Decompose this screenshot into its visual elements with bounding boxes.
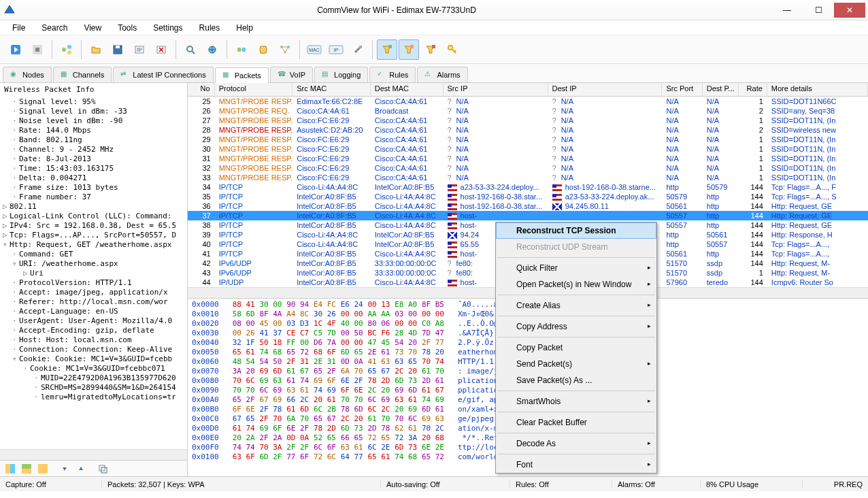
- menu-search[interactable]: Search: [35, 22, 74, 34]
- copy-window-button[interactable]: [95, 462, 110, 476]
- tree-node[interactable]: ▷Logical-Link Control (LLC): Command:: [1, 212, 186, 221]
- tab-logging[interactable]: ▤Logging: [314, 67, 368, 82]
- context-menu-item[interactable]: Font▸: [496, 456, 656, 473]
- tree-node[interactable]: ·Host: Host: local.msn.com: [1, 335, 186, 345]
- layout-1-button[interactable]: [3, 462, 18, 476]
- tree-node[interactable]: ·Signal level in dBm: -33: [1, 107, 186, 116]
- tree-node[interactable]: ·Referer: http://local.msn.com/wor: [1, 297, 186, 307]
- filter-3-button[interactable]: [420, 39, 441, 60]
- table-row[interactable]: 29MNGT/PROBE RESP.Cisco:FC:E6:29Cisco:CA…: [188, 135, 868, 144]
- tree-node[interactable]: ·UserAgent: User-Agent: Mozilla/4.0: [1, 316, 186, 326]
- menu-rules[interactable]: Rules: [193, 22, 227, 34]
- tree-hscroll[interactable]: [0, 449, 187, 460]
- settings-button[interactable]: [348, 39, 368, 60]
- table-row[interactable]: 33MNGT/PROBE RESP.Cisco:FC:E6:29Cisco:CA…: [188, 173, 868, 182]
- find-button[interactable]: [180, 39, 201, 60]
- table-row[interactable]: 28MNGT/PROBE RESP.AsustekC:D2:AB:20Cisco…: [188, 125, 868, 135]
- clear-button[interactable]: [151, 39, 171, 60]
- tree-node[interactable]: ·SRCHD=MS=2899440&SM=1&D=264154: [1, 383, 186, 393]
- mac-button[interactable]: MAC: [304, 39, 324, 60]
- tree-node[interactable]: ·Time: 15:43:03.163175: [1, 164, 186, 173]
- tab-alarms[interactable]: ⚠Alarms: [417, 67, 467, 82]
- tab-voip[interactable]: ☎VoIP: [270, 67, 313, 82]
- reconstruct-button[interactable]: [231, 39, 252, 60]
- table-row[interactable]: 37IP/TCPIntelCor:A0:8F:B5Cisco-Li:4A:A4:…: [188, 211, 868, 220]
- tab-rules[interactable]: ✓Rules: [369, 67, 416, 82]
- tree-node[interactable]: ▿Cookie: Cookie: MC1=V=3&GUID=fcebb: [1, 354, 186, 364]
- column-header[interactable]: Rate: [739, 83, 767, 96]
- menu-view[interactable]: View: [77, 22, 108, 34]
- tree-node[interactable]: ·Connection: Connection: Keep-Alive: [1, 345, 186, 354]
- close-button[interactable]: ✕: [834, 3, 865, 18]
- connections-button[interactable]: [275, 39, 295, 60]
- tree-node[interactable]: ·Delta: 0.004271: [1, 173, 186, 183]
- column-header[interactable]: Dest IP: [548, 83, 663, 96]
- menu-help[interactable]: Help: [229, 22, 260, 34]
- column-header[interactable]: Dest P...: [703, 83, 739, 96]
- voip-button[interactable]: [253, 39, 273, 60]
- stop-button[interactable]: [27, 39, 48, 60]
- layout-2-button[interactable]: [19, 462, 34, 476]
- table-row[interactable]: 32MNGT/PROBE RESP.Cisco:FC:E6:29Cisco:CA…: [188, 163, 868, 173]
- tree-node[interactable]: ·Date: 8-Jul-2013: [1, 154, 186, 164]
- tree-node[interactable]: ·Frame number: 37: [1, 193, 186, 202]
- tree-node[interactable]: ·Band: 802.11ng: [1, 135, 186, 145]
- tree-node[interactable]: ·MUID=22E4792D0A1963B135977D620: [1, 374, 186, 383]
- table-row[interactable]: 25MNGT/PROBE RESP.EdimaxTe:66:C2:8ECisco…: [188, 97, 868, 106]
- tree-node[interactable]: ▷802.11: [1, 202, 186, 212]
- context-menu-item[interactable]: Copy Packet: [496, 339, 656, 356]
- context-menu-item[interactable]: Quick Filter▸: [496, 260, 656, 276]
- context-menu-item[interactable]: Open Packet(s) in New Window▸: [496, 276, 656, 293]
- menu-tools[interactable]: Tools: [111, 22, 144, 34]
- locate-button[interactable]: [202, 39, 222, 60]
- context-menu[interactable]: Reconstruct TCP SessionReconstruct UDP S…: [495, 222, 657, 474]
- filter-2-button[interactable]: [399, 39, 419, 60]
- context-menu-item[interactable]: Reconstruct TCP Session: [496, 222, 656, 239]
- tree-node[interactable]: ·Cookie: MC1=V=3&GUID=fcebbc071: [1, 364, 186, 374]
- tree-node[interactable]: ·Noise level in dBm: -90: [1, 116, 186, 126]
- tree-node[interactable]: ▿URI: /weatherhome.aspx: [1, 259, 186, 269]
- tree-node[interactable]: ·Accept-Encoding: gzip, deflate: [1, 326, 186, 335]
- column-header[interactable]: Protocol: [215, 83, 293, 96]
- maximize-button[interactable]: ☐: [803, 3, 834, 18]
- table-row[interactable]: 27MNGT/PROBE RESP.Cisco:FC:E6:29Cisco:CA…: [188, 116, 868, 125]
- table-row[interactable]: 26MNGT/PROBE REQ.Cisco:CA:4A:61Broadcast…: [188, 106, 868, 116]
- tree-node[interactable]: ·Command: GET: [1, 250, 186, 259]
- column-header[interactable]: No: [188, 83, 215, 96]
- tree-node[interactable]: ·lemru=MigratedtoMyLocations=tr: [1, 393, 186, 402]
- key-button[interactable]: [442, 39, 463, 60]
- column-header[interactable]: Src Port: [662, 83, 702, 96]
- arrow-down-button[interactable]: [57, 462, 72, 476]
- tree-node[interactable]: ·Signal level: 95%: [1, 97, 186, 107]
- column-header[interactable]: More details: [767, 83, 868, 96]
- tree-node[interactable]: ·ProtocolVersion: HTTP/1.1: [1, 278, 186, 288]
- tree-node[interactable]: ·Accept-Language: en-US: [1, 307, 186, 316]
- layout-3-button[interactable]: [35, 462, 50, 476]
- open-button[interactable]: [86, 39, 106, 60]
- context-menu-item[interactable]: Decode As▸: [496, 435, 656, 452]
- save-button[interactable]: [107, 39, 128, 60]
- table-row[interactable]: 31MNGT/PROBE RESP.Cisco:FC:E6:29Cisco:CA…: [188, 154, 868, 163]
- packet-info-tree[interactable]: ·Signal level: 95%·Signal level in dBm: …: [0, 96, 187, 449]
- column-header[interactable]: Src IP: [444, 83, 548, 96]
- menu-file[interactable]: File: [5, 22, 32, 34]
- tree-node[interactable]: ·Rate: 144.0 Mbps: [1, 126, 186, 135]
- table-row[interactable]: 34IP/TCPCisco-Li:4A:A4:8CIntelCor:A0:8F:…: [188, 182, 868, 192]
- nodes-toolbar-button[interactable]: [56, 39, 77, 60]
- tree-node[interactable]: ▿Http: Request, GET /weatherhome.aspx: [1, 240, 186, 250]
- context-menu-item[interactable]: Create Alias▸: [496, 297, 656, 314]
- tree-node[interactable]: ·Accept: image/jpeg, application/x: [1, 288, 186, 297]
- context-menu-item[interactable]: Clear Packet Buffer: [496, 414, 656, 431]
- arrow-up-button[interactable]: [73, 462, 88, 476]
- context-menu-item[interactable]: Save Packet(s) As ...: [496, 372, 656, 388]
- context-menu-item[interactable]: Copy Address▸: [496, 318, 656, 335]
- table-row[interactable]: 30MNGT/PROBE RESP.Cisco:FC:E6:29Cisco:CA…: [188, 144, 868, 154]
- tree-node[interactable]: ▷Uri: [1, 269, 186, 278]
- column-header[interactable]: Src MAC: [293, 83, 371, 96]
- tab-channels[interactable]: ▦Channels: [53, 67, 112, 82]
- tree-node[interactable]: ·Channel: 9 - 2452 MHz: [1, 145, 186, 154]
- grid-header[interactable]: NoProtocolSrc MACDest MACSrc IPDest IPSr…: [188, 83, 868, 97]
- tab-nodes[interactable]: ◉Nodes: [3, 67, 52, 82]
- column-header[interactable]: Dest MAC: [371, 83, 444, 96]
- table-row[interactable]: 35IP/TCPIntelCor:A0:8F:B5Cisco-Li:4A:A4:…: [188, 192, 868, 201]
